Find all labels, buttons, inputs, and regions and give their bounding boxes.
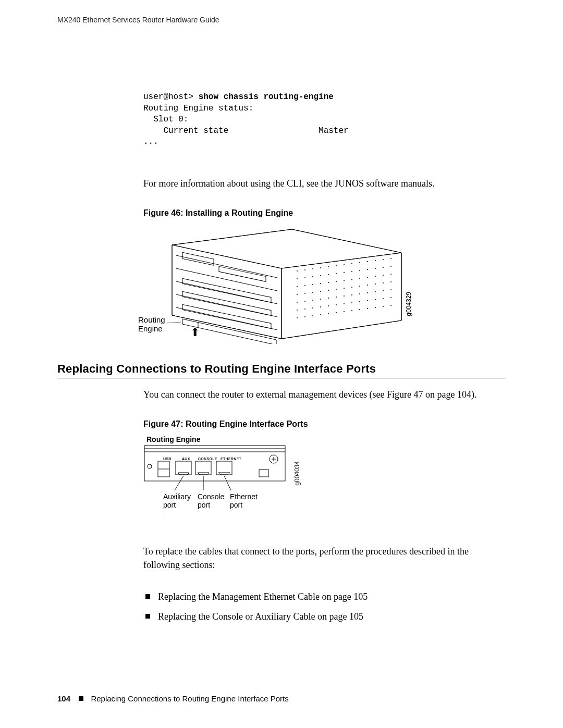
- routing-engine-label: Routing Engine: [138, 315, 165, 334]
- svg-point-49: [351, 279, 352, 280]
- svg-point-42: [297, 286, 298, 287]
- svg-point-20: [328, 266, 329, 267]
- svg-point-30: [304, 277, 305, 278]
- svg-point-64: [367, 285, 368, 286]
- paragraph-replace: To replace the cables that connect to th…: [143, 545, 506, 572]
- svg-point-83: [312, 307, 313, 309]
- cli-output: user@host> show chassis routing-engine R…: [143, 92, 506, 148]
- page-number: 104: [57, 694, 70, 703]
- svg-point-85: [328, 305, 329, 306]
- svg-point-94: [297, 317, 298, 318]
- svg-point-71: [320, 299, 321, 300]
- svg-rect-113: [259, 470, 268, 477]
- figure-47-gcode: g004034: [293, 461, 301, 486]
- svg-point-54: [390, 274, 391, 275]
- svg-point-56: [304, 293, 305, 294]
- running-head: MX240 Ethernet Services Router Hardware …: [57, 16, 506, 24]
- figure-47-title: Routing Engine: [146, 435, 200, 443]
- svg-point-45: [320, 283, 321, 284]
- svg-point-111: [148, 464, 152, 468]
- svg-point-73: [336, 297, 337, 298]
- svg-point-99: [336, 312, 337, 313]
- svg-point-77: [367, 292, 368, 293]
- svg-point-62: [351, 287, 352, 288]
- list-item: Replacing the Console or Auxiliary Cable…: [143, 610, 506, 624]
- svg-point-59: [328, 290, 329, 291]
- svg-point-37: [359, 270, 360, 271]
- svg-point-102: [359, 309, 360, 310]
- svg-point-87: [344, 303, 345, 304]
- svg-point-68: [297, 302, 298, 303]
- svg-point-50: [359, 278, 360, 279]
- svg-point-17: [304, 269, 305, 270]
- cli-line: ...: [143, 137, 158, 146]
- svg-point-16: [297, 270, 298, 272]
- svg-point-39: [375, 268, 376, 269]
- svg-point-27: [383, 259, 384, 260]
- svg-point-44: [312, 284, 313, 285]
- svg-point-43: [304, 285, 305, 286]
- svg-point-28: [390, 258, 391, 259]
- svg-point-78: [375, 291, 376, 292]
- svg-point-46: [328, 282, 329, 283]
- svg-point-103: [367, 308, 368, 309]
- procedure-list: Replacing the Management Ethernet Cable …: [143, 590, 506, 624]
- figure-47-caption: Figure 47: Routing Engine Interface Port…: [143, 419, 506, 429]
- svg-point-97: [320, 314, 321, 315]
- svg-point-104: [375, 307, 376, 308]
- svg-point-48: [344, 280, 345, 281]
- footer-bullet-icon: [79, 696, 83, 701]
- svg-point-38: [367, 269, 368, 270]
- svg-point-32: [320, 275, 321, 276]
- svg-point-90: [367, 300, 368, 301]
- svg-point-66: [383, 282, 384, 283]
- svg-point-41: [390, 266, 391, 267]
- svg-point-36: [351, 271, 352, 272]
- svg-point-21: [336, 265, 337, 266]
- cli-prompt: user@host>: [143, 92, 199, 102]
- svg-point-72: [328, 298, 329, 299]
- cli-line: Slot 0:: [143, 115, 188, 124]
- svg-point-92: [383, 298, 384, 299]
- paragraph-intro: You can connect the router to external m…: [143, 388, 506, 401]
- section-rule: [57, 378, 506, 378]
- svg-point-52: [375, 276, 376, 277]
- svg-point-55: [297, 294, 298, 295]
- cli-command: show chassis routing-engine: [199, 92, 334, 102]
- svg-point-35: [344, 272, 345, 273]
- svg-point-84: [320, 306, 321, 307]
- svg-point-63: [359, 286, 360, 287]
- svg-point-19: [320, 267, 321, 268]
- svg-point-96: [312, 315, 313, 316]
- svg-point-58: [320, 291, 321, 292]
- svg-point-74: [344, 295, 345, 297]
- svg-point-23: [351, 263, 352, 264]
- list-item: Replacing the Management Ethernet Cable …: [143, 590, 506, 604]
- figure-47: Routing Engine USB AUX CONSOLE ETHERNET: [143, 435, 315, 521]
- svg-point-60: [336, 289, 337, 290]
- svg-point-34: [336, 273, 337, 274]
- svg-point-98: [328, 313, 329, 314]
- svg-point-86: [336, 304, 337, 305]
- svg-line-107: [167, 322, 181, 323]
- svg-point-95: [304, 316, 305, 317]
- callout-console: Console port: [198, 492, 224, 509]
- svg-point-69: [304, 301, 305, 302]
- svg-point-80: [390, 289, 391, 290]
- svg-rect-108: [144, 446, 285, 481]
- svg-point-25: [367, 261, 368, 262]
- routing-engine-ports-diagram: [143, 445, 295, 491]
- svg-point-70: [312, 300, 313, 301]
- svg-point-57: [312, 292, 313, 293]
- svg-point-91: [375, 299, 376, 300]
- content-area: user@host> show chassis routing-engine R…: [57, 92, 506, 624]
- svg-point-47: [336, 281, 337, 282]
- callout-eth: Ethernet port: [230, 492, 258, 509]
- svg-point-53: [383, 275, 384, 276]
- svg-point-105: [383, 306, 384, 307]
- paragraph-cli-info: For more information about using the CLI…: [143, 177, 506, 190]
- figure-46: Routing Engine g004329 ⬆: [138, 224, 409, 347]
- svg-point-100: [344, 311, 345, 312]
- page-footer: 104 Replacing Connections to Routing Eng…: [57, 694, 289, 703]
- svg-point-106: [390, 305, 391, 306]
